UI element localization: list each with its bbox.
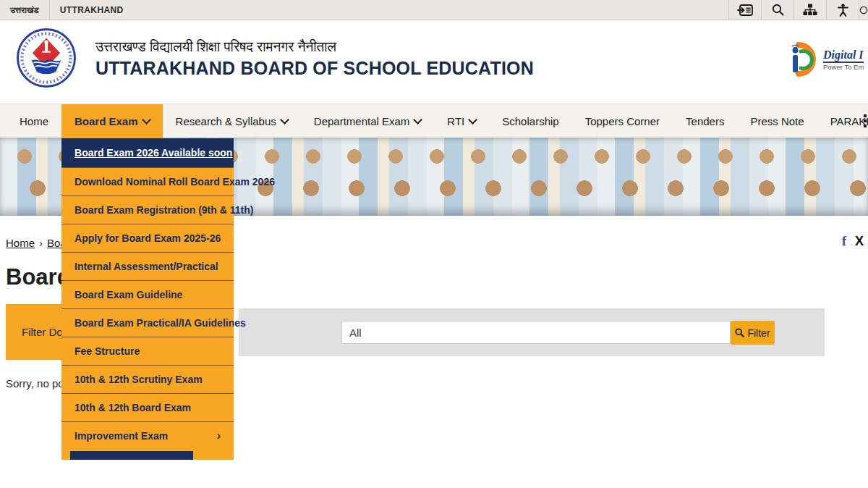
topbar-icon-group <box>728 0 868 20</box>
dropdown-item-label: Download Nominal Roll Board Exam 2026 <box>75 176 275 188</box>
nav-overflow-menu-icon[interactable] <box>864 114 867 127</box>
accessibility-icon[interactable] <box>826 0 859 20</box>
nav-label: Press Note <box>750 115 804 127</box>
nav-label: Home <box>20 115 48 127</box>
dropdown-item-apply-board-exam[interactable]: Apply for Board Exam 2025-26 <box>61 224 234 252</box>
nav-label: Research & Syllabus <box>176 115 276 127</box>
digital-india-mark-icon <box>787 41 820 78</box>
caret-down-icon <box>468 115 477 125</box>
nav-item-home[interactable]: Home <box>7 104 61 138</box>
dropdown-item-registration[interactable]: Board Exam Registration (9th & 11th) <box>61 195 234 224</box>
chevron-right-icon: › <box>217 432 221 439</box>
nav-label: Board Exam <box>75 115 138 127</box>
caret-down-icon <box>413 115 422 125</box>
nav-item-parakh[interactable]: PARAKH <box>817 104 868 138</box>
dropdown-item-fee-structure[interactable]: Fee Structure <box>61 337 234 365</box>
nav-label: Scholarship <box>502 115 558 127</box>
state-name-hindi: उत्तराखंड <box>0 5 49 15</box>
dropdown-item-internal-assessment[interactable]: Internal Assessment/Practical <box>61 252 234 280</box>
site-header: उत्तराखण्ड विद्यालयी शिक्षा परिषद रामनगर… <box>0 20 868 104</box>
dropdown-item-scrutiny-exam[interactable]: 10th & 12th Scrutiny Exam <box>61 365 234 393</box>
caret-down-icon <box>142 115 151 125</box>
page-root: उत्तराखंड UTTRAKHAND <box>0 0 868 488</box>
nav-item-toppers-corner[interactable]: Toppers Corner <box>572 104 673 138</box>
search-icon <box>735 328 744 337</box>
dropdown-item-label: Apply for Board Exam 2025-26 <box>75 232 221 244</box>
dropdown-item-improvement-exam[interactable]: Improvement Exam › <box>61 421 234 450</box>
search-icon[interactable] <box>761 0 793 20</box>
digital-india-tagline: Power To Em <box>823 63 864 71</box>
dropdown-item-clipped[interactable] <box>69 450 195 460</box>
social-share-group: f X <box>842 233 864 249</box>
ubse-board-logo <box>16 25 77 91</box>
nav-item-departmental-exam[interactable]: Departmental Exam <box>301 104 435 138</box>
dropdown-item-board-exam-2026[interactable]: Board Exam 2026 Available soon <box>61 138 234 167</box>
dropdown-item-label: Board Exam Guideline <box>75 289 182 300</box>
dropdown-item-practical-ia-guidelines[interactable]: Board Exam Practical/IA Guidelines <box>61 308 234 337</box>
dropdown-item-guideline[interactable]: Board Exam Guideline <box>61 280 234 308</box>
dropdown-item-label: Board Exam Practical/IA Guidelines <box>75 317 246 329</box>
main-nav: Home Board Exam Board Exam 2026 Availabl… <box>0 104 868 138</box>
nav-label: Toppers Corner <box>585 115 660 127</box>
x-twitter-icon[interactable]: X <box>855 234 864 249</box>
board-title-english: UTTARAKHAND BOARD OF SCHOOL EDUCATION <box>95 58 534 79</box>
top-utility-bar: उत्तराखंड UTTRAKHAND <box>0 0 868 20</box>
filter-button-label: Filter <box>747 327 770 339</box>
nav-item-tenders[interactable]: Tenders <box>673 104 737 138</box>
sitemap-icon[interactable] <box>793 0 826 20</box>
filter-category-input[interactable] <box>341 321 731 344</box>
dropdown-item-label: 10th & 12th Scrutiny Exam <box>75 374 203 385</box>
login-icon[interactable] <box>728 0 761 20</box>
dropdown-item-label: Internal Assessment/Practical <box>75 261 218 272</box>
filter-button[interactable]: Filter <box>731 321 775 345</box>
dropdown-item-label: 10th & 12th Board Exam <box>75 402 191 413</box>
nav-label: Departmental Exam <box>314 115 410 127</box>
topbar-state-group: उत्तराखंड UTTRAKHAND <box>0 0 134 20</box>
nav-label: PARAKH <box>830 115 868 127</box>
digital-india-logo: Digital I Power To Em <box>787 41 868 88</box>
dropdown-item-label: Fee Structure <box>75 345 140 357</box>
digital-india-text: Digital I <box>823 49 864 63</box>
breadcrumb-home-link[interactable]: Home <box>6 237 35 249</box>
nav-item-press-note[interactable]: Press Note <box>737 104 817 138</box>
board-title-hindi: उत्तराखण्ड विद्यालयी शिक्षा परिषद रामनगर… <box>95 39 336 55</box>
nav-item-scholarship[interactable]: Scholarship <box>489 104 571 138</box>
dropdown-item-nominal-roll[interactable]: Download Nominal Roll Board Exam 2026 <box>61 167 234 195</box>
nav-label: RTI <box>447 115 464 127</box>
dropdown-item-label: Board Exam 2026 Available soon <box>75 147 232 159</box>
caret-down-icon <box>280 115 289 125</box>
nav-item-research-syllabus[interactable]: Research & Syllabus <box>163 104 301 138</box>
clipped-topbar-icon[interactable] <box>859 0 868 20</box>
nav-item-rti[interactable]: RTI <box>434 104 489 138</box>
dropdown-item-label: Improvement Exam <box>75 430 168 442</box>
nav-label: Tenders <box>686 115 724 127</box>
state-name-english: UTTRAKHAND <box>50 5 134 15</box>
breadcrumb-separator: › <box>39 237 43 249</box>
dropdown-item-label: Board Exam Registration (9th & 11th) <box>75 204 253 216</box>
dropdown-item-10th-12th-board-exam[interactable]: 10th & 12th Board Exam <box>61 393 234 421</box>
nav-item-board-exam[interactable]: Board Exam Board Exam 2026 Available soo… <box>61 104 163 138</box>
board-exam-dropdown: Board Exam 2026 Available soon Download … <box>61 138 234 460</box>
facebook-icon[interactable]: f <box>842 233 846 249</box>
